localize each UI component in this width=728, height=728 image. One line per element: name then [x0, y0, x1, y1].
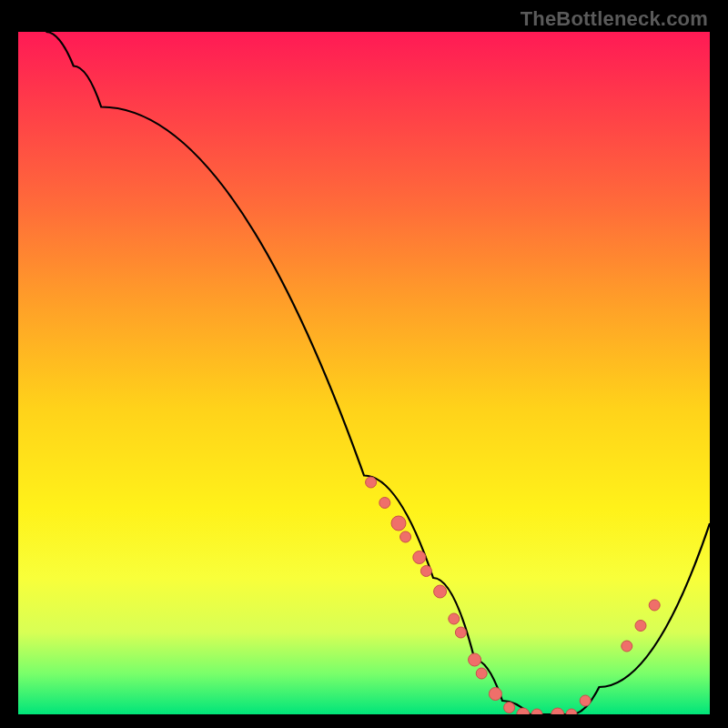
plot-area — [18, 32, 710, 714]
data-dot — [400, 531, 411, 542]
chart-svg — [18, 32, 710, 714]
data-dot — [649, 600, 660, 611]
data-dot — [391, 516, 406, 531]
data-dot — [551, 708, 564, 714]
data-dot — [504, 703, 515, 713]
chart-frame — [18, 32, 710, 714]
watermark-text: TheBottleneck.com — [521, 7, 708, 31]
data-dot — [580, 695, 591, 706]
data-dot — [413, 551, 426, 564]
data-dot — [455, 627, 466, 638]
data-dot — [517, 708, 530, 714]
data-dot — [420, 566, 431, 577]
bottleneck-curve — [46, 32, 710, 714]
data-dots-group — [366, 477, 661, 714]
data-dot — [366, 477, 377, 488]
data-dot — [379, 498, 390, 509]
data-dot — [469, 653, 481, 666]
data-dot — [566, 709, 577, 714]
data-dot — [476, 668, 487, 679]
data-dot — [449, 613, 460, 624]
data-dot — [635, 621, 646, 632]
data-dot — [622, 641, 632, 652]
data-dot — [434, 585, 447, 598]
data-dot — [531, 709, 542, 714]
data-dot — [489, 688, 501, 701]
